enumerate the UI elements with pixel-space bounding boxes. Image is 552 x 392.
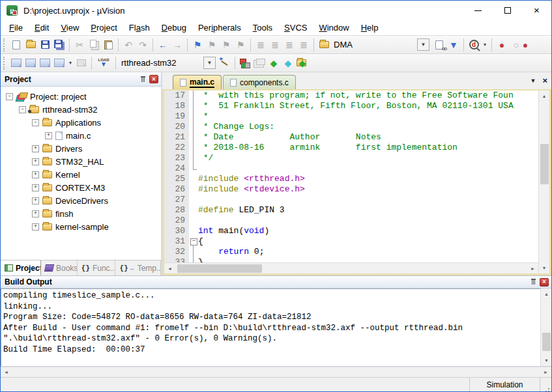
rebuild-button[interactable]	[38, 56, 52, 70]
uncomment-selection-button[interactable]: ≣	[297, 38, 311, 52]
scroll-left-icon[interactable]: ◄	[1, 367, 12, 378]
navigate-back-button[interactable]: ←	[156, 38, 170, 52]
resize-grip[interactable]	[540, 378, 551, 391]
paste-button[interactable]	[101, 38, 115, 52]
tab-list-dropdown-button[interactable]: ▼	[530, 77, 536, 84]
find-in-files-button[interactable]: oo	[432, 38, 446, 52]
menu-view[interactable]: View	[55, 20, 85, 36]
scrollbar-thumb[interactable]	[540, 144, 549, 184]
project-panel-close-button[interactable]: ×	[149, 75, 158, 83]
undo-button[interactable]: ↶	[121, 38, 136, 52]
code-line[interactable]: 24	[164, 163, 538, 174]
tab-functions[interactable]: {} Func...	[78, 260, 116, 275]
code-line[interactable]: 21 * Date Author Notes	[164, 132, 538, 143]
menu-edit[interactable]: Edit	[29, 20, 55, 36]
expander-expanded-icon[interactable]: -	[32, 119, 39, 126]
menu-debug[interactable]: Debug	[156, 20, 192, 36]
scroll-left-icon[interactable]: ◄	[164, 263, 175, 274]
build-output-text[interactable]: compiling timeslice_sample.c... linking.…	[1, 288, 540, 366]
tree-item-devicedrivers[interactable]: + DeviceDrivers	[1, 194, 161, 207]
tree-item-stm32-hal[interactable]: + STM32_HAL	[1, 155, 161, 168]
expander-expanded-icon[interactable]: -	[19, 106, 26, 113]
code-line[interactable]: 20 * Change Logs:	[164, 122, 538, 132]
redo-button[interactable]: ↷	[136, 38, 150, 52]
batch-build-dropdown-button[interactable]: ▾	[66, 56, 74, 70]
code-line[interactable]: 33}	[164, 257, 538, 262]
menu-flash[interactable]: Flash	[123, 20, 156, 36]
navigate-forward-button[interactable]: →	[170, 38, 184, 52]
code-line[interactable]: 17 * with this program; if not, write to…	[164, 91, 538, 101]
toolbar-grip[interactable]	[3, 38, 7, 51]
scrollbar-thumb[interactable]	[542, 333, 551, 351]
maximize-button[interactable]	[493, 1, 522, 20]
toolbar-grip[interactable]	[3, 57, 7, 70]
fold-margin[interactable]	[189, 143, 198, 153]
find-combo[interactable]: DMA	[331, 38, 416, 52]
tree-item-drivers[interactable]: + Drivers	[1, 142, 161, 155]
menu-file[interactable]: File	[3, 20, 29, 36]
manage-rte-button[interactable]: ◆	[267, 56, 281, 70]
menu-tools[interactable]: Tools	[247, 20, 278, 36]
tree-item-finsh[interactable]: + finsh	[1, 207, 161, 220]
fold-margin[interactable]	[189, 216, 198, 226]
code-line[interactable]: 25#include <rtthread.h>	[164, 174, 538, 184]
tree-item-project-root[interactable]: - Project: project	[1, 90, 161, 103]
close-document-button[interactable]: ×	[542, 76, 547, 85]
expander-collapsed-icon[interactable]: +	[32, 210, 39, 217]
code-line[interactable]: 18 * 51 Franklin Street, Fifth Floor, Bo…	[164, 101, 538, 111]
download-button[interactable]: LOAD ▼	[94, 56, 113, 70]
fold-margin[interactable]	[189, 111, 198, 122]
build-button[interactable]	[23, 56, 38, 70]
expander-expanded-icon[interactable]: -	[6, 93, 13, 100]
menu-peripherals[interactable]: Peripherals	[192, 20, 247, 36]
select-software-packs-button[interactable]: ◆	[281, 56, 295, 70]
scroll-right-icon[interactable]: ►	[540, 367, 551, 378]
fold-margin[interactable]	[189, 91, 198, 101]
menu-help[interactable]: Help	[355, 20, 385, 36]
save-button[interactable]	[38, 38, 52, 52]
find-in-files-dialog-button[interactable]	[317, 38, 331, 52]
fold-margin[interactable]	[189, 184, 198, 195]
code-line[interactable]: 30int main(void)	[164, 226, 538, 236]
outdent-button[interactable]: ≣	[268, 38, 282, 52]
tab-components-c[interactable]: components.c	[223, 75, 296, 89]
fold-margin[interactable]	[189, 247, 198, 257]
clear-bookmarks-button[interactable]: ⚑	[233, 38, 248, 52]
menu-svcs[interactable]: SVCS	[278, 20, 313, 36]
code-line[interactable]: 26#include <rtdevice.h>	[164, 184, 538, 195]
fold-margin[interactable]	[189, 153, 198, 163]
batch-build-button[interactable]	[52, 56, 66, 70]
disable-all-breakpoints-button[interactable]: ●	[523, 38, 527, 52]
find-combo-dropdown-button[interactable]: ▼	[417, 38, 429, 51]
code-line[interactable]: 32 return 0;	[164, 247, 538, 257]
cut-button[interactable]: ✂	[72, 38, 87, 52]
editor-horizontal-scrollbar[interactable]: ◄ ►	[164, 262, 538, 273]
tree-item-kernel[interactable]: + Kernel	[1, 168, 161, 181]
editor-vertical-scrollbar[interactable]: ▲ ▼	[538, 91, 549, 273]
build-output-close-button[interactable]: ×	[540, 278, 549, 287]
enable-disable-breakpoint-button[interactable]: ○	[509, 38, 523, 52]
debug-dropdown-button[interactable]: ▾	[481, 38, 489, 52]
new-file-button[interactable]	[9, 38, 23, 52]
close-button[interactable]: ×	[522, 1, 551, 20]
scrollbar-thumb[interactable]	[177, 264, 262, 273]
menu-project[interactable]: Project	[85, 20, 123, 36]
tree-item-cortex-m3[interactable]: + CORTEX-M3	[1, 181, 161, 194]
build-vertical-scrollbar[interactable]: ▲ ▼	[540, 288, 551, 366]
next-bookmark-button[interactable]: ⚑	[219, 38, 233, 52]
code-line[interactable]: 19 *	[164, 111, 538, 122]
code-line[interactable]: 28#define LED_PIN 3	[164, 205, 538, 216]
tab-main-c[interactable]: main.c	[173, 75, 222, 89]
code-line[interactable]: 27	[164, 195, 538, 205]
tree-item-main-c[interactable]: + main.c	[1, 129, 161, 142]
expander-collapsed-icon[interactable]: +	[32, 184, 39, 191]
code-editor[interactable]: 17 * with this program; if not, write to…	[164, 91, 538, 262]
pack-installer-button[interactable]: ◆	[295, 56, 310, 70]
expander-collapsed-icon[interactable]: +	[32, 223, 39, 231]
expander-collapsed-icon[interactable]: +	[32, 145, 39, 152]
target-combo-dropdown-button[interactable]: ▼	[203, 57, 216, 69]
pin-icon[interactable]	[530, 278, 538, 286]
tab-project[interactable]: Project	[1, 260, 41, 275]
incremental-find-button[interactable]: ▼	[446, 38, 461, 52]
tab-books[interactable]: Books	[41, 260, 78, 275]
